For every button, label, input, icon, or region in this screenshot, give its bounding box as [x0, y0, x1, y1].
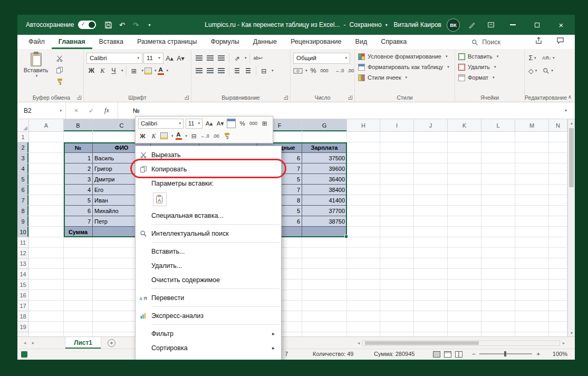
- cell-H16[interactable]: [347, 290, 380, 301]
- cell-B1[interactable]: [64, 132, 93, 142]
- cell-G11[interactable]: [302, 237, 347, 248]
- cell-N10[interactable]: [549, 227, 567, 237]
- cell-B5[interactable]: 3: [64, 174, 93, 185]
- page-layout-view-icon[interactable]: [444, 351, 451, 358]
- page-break-view-icon[interactable]: [455, 351, 462, 358]
- cell-M5[interactable]: [515, 174, 549, 185]
- autosum-button[interactable]: Σ▾: [527, 53, 537, 63]
- cell-A17[interactable]: [29, 301, 64, 311]
- cell-N17[interactable]: [549, 301, 567, 311]
- font-color-icon[interactable]: А▴А: [158, 67, 164, 75]
- cell-I20[interactable]: [380, 332, 414, 336]
- cell-K1[interactable]: [448, 132, 481, 142]
- cell-B4[interactable]: 2: [64, 163, 93, 174]
- font-dialog-launcher[interactable]: [185, 95, 189, 100]
- row-header-11[interactable]: 11: [17, 237, 29, 248]
- column-header-G[interactable]: G: [302, 119, 347, 132]
- cell-L9[interactable]: [481, 216, 515, 227]
- cell-B2[interactable]: №: [64, 142, 93, 153]
- menu-item-paste-special[interactable]: Специальная вставка...: [136, 208, 281, 223]
- cell-J8[interactable]: [414, 206, 448, 216]
- cell-J2[interactable]: [414, 142, 448, 153]
- cell-A11[interactable]: [29, 237, 64, 248]
- cell-N13[interactable]: [549, 258, 567, 269]
- column-header-A[interactable]: A: [29, 119, 64, 132]
- align-right-button[interactable]: [216, 65, 226, 76]
- merge-center-menu[interactable]: ▾: [272, 69, 274, 73]
- cell-N4[interactable]: [549, 163, 567, 174]
- mini-grow-font-button[interactable]: А▴: [205, 119, 214, 128]
- cell-B3[interactable]: 1: [64, 153, 93, 163]
- cell-A1[interactable]: [29, 132, 64, 142]
- row-header-3[interactable]: 3: [17, 153, 29, 163]
- number-format-select[interactable]: Общий▾: [293, 53, 350, 64]
- cell-H13[interactable]: [347, 258, 380, 269]
- cell-N1[interactable]: [549, 132, 567, 142]
- column-header-N[interactable]: N: [549, 119, 567, 132]
- cell-I6[interactable]: [380, 185, 414, 195]
- cell-H10[interactable]: [347, 227, 380, 237]
- row-header-5[interactable]: 5: [17, 174, 29, 185]
- row-header-15[interactable]: 15: [17, 279, 29, 290]
- cell-I1[interactable]: [380, 132, 414, 142]
- cell-J7[interactable]: [414, 195, 448, 206]
- cell-A4[interactable]: [29, 163, 64, 174]
- undo-button[interactable]: ↶: [115, 18, 129, 32]
- cell-L3[interactable]: [481, 153, 515, 163]
- cell-I3[interactable]: [380, 153, 414, 163]
- cell-A20[interactable]: [29, 332, 64, 336]
- menu-item-paste-options-label[interactable]: Параметры вставки:: [136, 176, 281, 190]
- quick-access-toolbar-menu[interactable]: ▾: [142, 18, 156, 32]
- font-size-select[interactable]: 11▾: [143, 53, 163, 64]
- column-header-B[interactable]: B: [64, 119, 93, 132]
- row-header-10[interactable]: 10: [17, 227, 29, 237]
- cell-L18[interactable]: [481, 311, 515, 322]
- cell-L8[interactable]: [481, 206, 515, 216]
- cell-M17[interactable]: [515, 301, 549, 311]
- vertical-scroll-thumb[interactable]: [569, 128, 574, 187]
- increase-decimal-button[interactable]: ←.0: [335, 65, 345, 76]
- cell-G5[interactable]: 36400: [302, 174, 347, 185]
- underline-button[interactable]: Ч: [109, 65, 119, 76]
- mini-borders-button[interactable]: ⊞: [260, 119, 269, 128]
- cell-B6[interactable]: 4: [64, 185, 93, 195]
- cell-K6[interactable]: [448, 185, 481, 195]
- cell-J18[interactable]: [414, 311, 448, 322]
- cell-M14[interactable]: [515, 269, 549, 279]
- row-header-2[interactable]: 2: [17, 142, 29, 153]
- cell-M3[interactable]: [515, 153, 549, 163]
- copy-button[interactable]: [54, 65, 65, 75]
- italic-button[interactable]: К: [98, 65, 108, 76]
- cell-N20[interactable]: [549, 332, 567, 336]
- font-color-menu[interactable]: ▾: [167, 69, 169, 73]
- cell-N11[interactable]: [549, 237, 567, 248]
- ribbon-tab-formulas[interactable]: Формулы: [204, 38, 246, 49]
- row-header-6[interactable]: 6: [17, 185, 29, 195]
- cell-K11[interactable]: [448, 237, 481, 248]
- status-count[interactable]: Количество: 49: [313, 351, 353, 357]
- cell-I8[interactable]: [380, 206, 414, 216]
- cell-B14[interactable]: [64, 269, 93, 279]
- cell-G9[interactable]: 38750: [302, 216, 347, 227]
- cell-N18[interactable]: [549, 311, 567, 322]
- cell-K3[interactable]: [448, 153, 481, 163]
- cell-L19[interactable]: [481, 322, 515, 332]
- font-name-select[interactable]: Calibri▾: [86, 53, 142, 64]
- cell-K12[interactable]: [448, 248, 481, 258]
- cell-G3[interactable]: 37500: [302, 153, 347, 163]
- ribbon-tab-page-layout[interactable]: Разметка страницы: [130, 38, 204, 49]
- cell-H12[interactable]: [347, 248, 380, 258]
- ribbon-tab-home[interactable]: Главная: [52, 38, 92, 49]
- sheet-nav-left-icon[interactable]: ◂: [21, 340, 29, 345]
- cell-H3[interactable]: [347, 153, 380, 163]
- clipboard-dialog-launcher[interactable]: [77, 95, 81, 100]
- cell-J16[interactable]: [414, 290, 448, 301]
- cut-button[interactable]: [54, 54, 65, 63]
- column-header-L[interactable]: L: [481, 119, 515, 132]
- cell-L11[interactable]: [481, 237, 515, 248]
- cell-J5[interactable]: [414, 174, 448, 185]
- cell-M7[interactable]: [515, 195, 549, 206]
- cell-H9[interactable]: [347, 216, 380, 227]
- menu-item-translate[interactable]: аЯПеревести: [136, 291, 281, 305]
- cell-A12[interactable]: [29, 248, 64, 258]
